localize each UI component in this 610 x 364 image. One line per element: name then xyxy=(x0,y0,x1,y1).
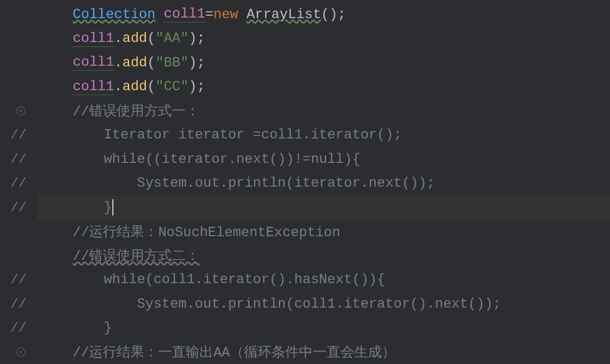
code-line[interactable]: //错误使用方式一： xyxy=(38,99,610,123)
code-line[interactable]: coll1.add("AA"); xyxy=(38,27,610,51)
gutter-comment-marker: // xyxy=(0,147,31,172)
method-call: add xyxy=(122,79,147,95)
code-line[interactable]: //错误使用方式二： xyxy=(38,244,610,268)
text-cursor xyxy=(112,199,113,216)
method-call: add xyxy=(122,55,147,71)
keyword: new xyxy=(213,7,238,23)
gutter-blank xyxy=(0,75,31,100)
comment-code: while(coll1.iterator().hasNext()){ xyxy=(38,272,386,288)
variable: coll1 xyxy=(164,6,205,23)
method-call: add xyxy=(122,31,147,46)
gutter-icon-row xyxy=(0,99,31,123)
code-line[interactable]: coll1.add("BB"); xyxy=(38,51,610,75)
variable: coll1 xyxy=(73,31,114,47)
code-line[interactable]: System.out.println(iterator.next()); xyxy=(38,172,610,196)
code-line[interactable]: //运行结果：NoSuchElementException xyxy=(38,220,610,244)
code-editor[interactable]: // // // // // // // Collection coll1=ne… xyxy=(0,0,610,364)
comment-code: } xyxy=(38,320,112,336)
code-line-active[interactable]: } xyxy=(38,195,610,220)
gutter-blank xyxy=(0,3,31,27)
svg-point-3 xyxy=(19,351,23,354)
string-literal: "AA" xyxy=(155,31,189,46)
gutter-comment-marker: // xyxy=(0,172,31,196)
variable: coll1 xyxy=(73,79,114,95)
gutter-icon-row xyxy=(0,340,31,364)
gutter-comment-marker: // xyxy=(0,316,31,341)
gutter-comment-marker: // xyxy=(0,292,31,316)
gutter-comment-marker: // xyxy=(0,195,31,220)
comment-code: } xyxy=(38,200,112,216)
gutter-blank xyxy=(0,27,31,51)
comment: //运行结果：NoSuchElementException xyxy=(73,222,340,241)
code-area[interactable]: Collection coll1=new ArrayList(); coll1.… xyxy=(31,0,610,364)
variable: coll1 xyxy=(73,55,114,71)
gutter-comment-marker: // xyxy=(0,123,31,148)
code-line[interactable]: while(coll1.iterator().hasNext()){ xyxy=(38,268,610,293)
inspection-icon xyxy=(15,105,26,117)
class-ref: ArrayList xyxy=(246,7,321,23)
code-line[interactable]: Iterator iterator =coll1.iterator(); xyxy=(38,123,610,148)
svg-point-1 xyxy=(19,110,23,113)
comment-code: System.out.println(coll1.iterator().next… xyxy=(38,296,501,312)
type-ref: Collection xyxy=(73,7,155,23)
code-line[interactable]: while((iterator.next())!=null){ xyxy=(38,147,610,172)
string-literal: "CC" xyxy=(155,79,189,95)
comment-code: Iterator iterator =coll1.iterator(); xyxy=(38,127,402,143)
comment: //运行结果：一直输出AA（循环条件中一直会生成） xyxy=(73,343,396,361)
comment: //错误使用方式二： xyxy=(73,246,199,265)
editor-gutter: // // // // // // // xyxy=(0,0,31,364)
inspection-icon xyxy=(15,346,26,358)
gutter-comment-marker: // xyxy=(0,268,31,293)
code-line[interactable]: Collection coll1=new ArrayList(); xyxy=(38,3,610,27)
code-line[interactable]: //运行结果：一直输出AA（循环条件中一直会生成） xyxy=(38,340,610,364)
code-line[interactable]: coll1.add("CC"); xyxy=(38,75,610,100)
comment-code: System.out.println(iterator.next()); xyxy=(38,175,435,191)
comment-code: while((iterator.next())!=null){ xyxy=(38,152,360,167)
code-line[interactable]: } xyxy=(38,316,610,341)
gutter-blank xyxy=(0,244,31,268)
gutter-blank xyxy=(0,220,31,244)
string-literal: "BB" xyxy=(155,55,189,71)
code-line[interactable]: System.out.println(coll1.iterator().next… xyxy=(38,292,610,316)
gutter-blank xyxy=(0,51,31,75)
comment: //错误使用方式一： xyxy=(73,101,199,120)
